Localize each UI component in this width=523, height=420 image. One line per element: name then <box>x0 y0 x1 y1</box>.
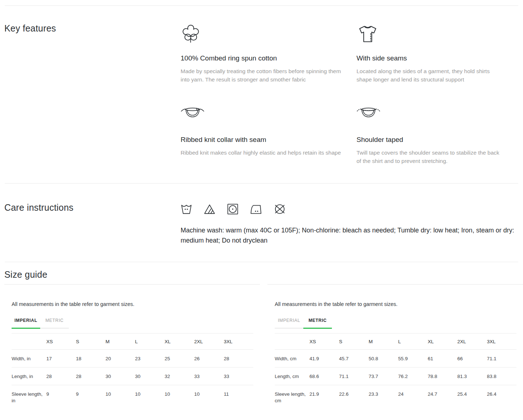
unit-tabs: IMPERIAL METRIC <box>275 318 519 329</box>
size-col: XL <box>428 333 457 350</box>
feature-title: Shoulder taped <box>357 136 504 144</box>
tab-imperial[interactable]: IMPERIAL <box>275 318 303 329</box>
non-chlorine-bleach-icon <box>204 203 215 215</box>
feature-description: Made by specially treating the cotton fi… <box>181 67 342 84</box>
table-row-width: Width, in 17 18 20 23 25 26 28 <box>12 350 253 368</box>
row-label: Width, cm <box>275 350 309 368</box>
size-col: XS <box>46 333 76 350</box>
feature-shoulder-taped: Shoulder taped Twill tape covers the sho… <box>357 105 518 165</box>
measurements-note: All measurements in the table refer to g… <box>12 301 256 307</box>
key-features-grid: 100% Combed ring spun cotton Made by spe… <box>181 23 518 165</box>
size-guide-card-imperial: All measurements in the table refer to g… <box>4 284 260 420</box>
care-instructions-heading: Care instructions <box>4 202 181 213</box>
size-header-row: XS S M L XL 2XL 3XL <box>12 333 253 350</box>
size-col: 3XL <box>224 333 253 350</box>
machine-wash-warm-icon <box>181 203 192 215</box>
size-col: XS <box>309 333 339 350</box>
table-row-width: Width, cm 41.9 45.7 50.8 55.9 61 66 71.1 <box>275 350 516 368</box>
care-instructions-text: Machine wash: warm (max 40C or 105F); No… <box>181 225 517 245</box>
size-header-row: XS S M L XL 2XL 3XL <box>275 333 516 350</box>
size-guide-card-metric: All measurements in the table refer to g… <box>267 284 523 420</box>
size-col: 3XL <box>487 333 516 350</box>
size-col: M <box>105 333 135 350</box>
feature-description: Ribbed knit makes collar highly elastic … <box>181 148 342 157</box>
care-icons-row <box>181 202 518 215</box>
size-guide-section: Size guide All measurements in the table… <box>0 262 523 420</box>
row-label: Length, in <box>12 368 46 385</box>
size-col: XL <box>165 333 194 350</box>
feature-combed-cotton: 100% Combed ring spun cotton Made by spe… <box>181 23 357 84</box>
measurements-note: All measurements in the table refer to g… <box>275 301 519 307</box>
tab-metric[interactable]: METRIC <box>40 318 69 329</box>
feature-title: 100% Combed ring spun cotton <box>181 54 342 62</box>
do-not-dryclean-icon <box>274 203 286 215</box>
feature-title: Ribbed knit collar with seam <box>181 136 342 144</box>
tumble-dry-low-icon <box>227 203 239 215</box>
side-seams-tshirt-icon <box>357 23 379 45</box>
size-col: 2XL <box>457 333 487 350</box>
row-label: Sleeve length, in <box>12 385 46 408</box>
table-row-length: Length, in 28 28 30 30 32 33 33 <box>12 368 253 385</box>
row-label: Width, in <box>12 350 46 368</box>
table-row-length: Length, cm 68.6 71.1 73.7 76.2 78.8 81.3… <box>275 368 516 385</box>
table-row-sleeve: Sleeve length, in 9 9 10 10 10 10 11 <box>12 385 253 408</box>
feature-description: Located along the sides of a garment, th… <box>357 67 504 84</box>
feature-description: Twill tape covers the shoulder seams to … <box>357 148 504 165</box>
size-col: S <box>76 333 106 350</box>
key-features-section: Key features 100% Combed ring spun cotto… <box>0 6 523 183</box>
size-col: L <box>398 333 428 350</box>
feature-ribbed-collar: Ribbed knit collar with seam Ribbed knit… <box>181 105 357 165</box>
unit-tabs: IMPERIAL METRIC <box>12 318 256 329</box>
shoulder-tape-collar-icon <box>357 105 380 120</box>
size-col: M <box>368 333 398 350</box>
size-table-imperial: XS S M L XL 2XL 3XL Width, in 17 18 20 <box>12 333 253 408</box>
feature-title: With side seams <box>357 54 504 62</box>
size-guide-heading: Size guide <box>4 269 523 280</box>
row-label: Sleeve length, cm <box>275 385 309 408</box>
cotton-icon <box>181 23 201 46</box>
table-row-sleeve: Sleeve length, cm 21.9 22.6 23.3 24 24.7… <box>275 385 516 408</box>
size-col: 2XL <box>194 333 224 350</box>
key-features-heading: Key features <box>4 23 181 34</box>
tab-metric[interactable]: METRIC <box>303 318 332 329</box>
care-instructions-section: Care instructions <box>0 184 523 262</box>
size-table-metric: XS S M L XL 2XL 3XL Width, cm 41.9 45.7 <box>275 333 516 408</box>
ribbed-collar-icon <box>181 105 204 120</box>
tab-imperial[interactable]: IMPERIAL <box>12 318 40 329</box>
iron-medium-icon <box>250 203 262 215</box>
feature-side-seams: With side seams Located along the sides … <box>357 23 518 84</box>
row-label: Length, cm <box>275 368 309 385</box>
size-col: L <box>135 333 165 350</box>
size-col: S <box>339 333 369 350</box>
